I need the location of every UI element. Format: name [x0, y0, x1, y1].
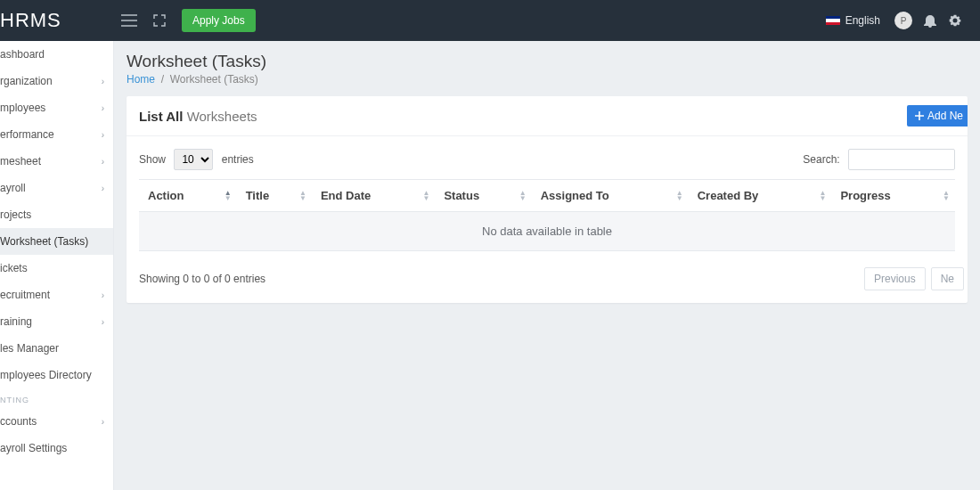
column-header-label: End Date	[321, 189, 371, 202]
breadcrumb-separator: /	[161, 73, 164, 86]
brand-logo: HRMS	[0, 9, 114, 32]
search-input[interactable]	[848, 149, 955, 170]
hamburger-icon	[121, 14, 137, 27]
sort-arrows-icon: ▲▼	[225, 191, 232, 201]
sidebar-item-label: mployees Directory	[0, 369, 92, 381]
entries-label: entries	[222, 153, 254, 166]
breadcrumb-current: Worksheet (Tasks)	[170, 73, 258, 86]
sidebar-item-label: raining	[0, 315, 32, 328]
next-button[interactable]: Ne	[931, 267, 964, 290]
sidebar-item[interactable]: ashboard	[0, 41, 113, 68]
page-title: Worksheet (Tasks)	[127, 52, 968, 71]
column-header[interactable]: Created By▲▼	[689, 180, 832, 212]
avatar-initial: P	[901, 16, 907, 26]
sidebar-item[interactable]: ecruitment›	[0, 282, 113, 308]
sidebar-item[interactable]: les Manager	[0, 335, 113, 362]
chevron-right-icon: ›	[102, 103, 104, 113]
sort-arrows-icon: ▲▼	[820, 191, 827, 201]
worksheets-card: List All Worksheets Add Ne Show 10 entri…	[127, 96, 968, 303]
show-label: Show	[139, 153, 166, 166]
settings-button[interactable]	[943, 13, 968, 28]
worksheets-table: Action▲▼Title▲▼End Date▲▼Status▲▼Assigne…	[139, 179, 955, 251]
search-label: Search:	[803, 153, 839, 166]
sidebar-item-label: mesheet	[0, 155, 41, 167]
sidebar-item-label: ecruitment	[0, 289, 50, 301]
column-header-label: Created By	[698, 189, 759, 202]
length-select[interactable]: 10	[174, 149, 213, 170]
chevron-right-icon: ›	[102, 130, 104, 140]
sidebar-item-label: mployees	[0, 102, 45, 114]
sidebar-item-label: Worksheet (Tasks)	[0, 235, 88, 248]
card-title-bold: List All	[139, 109, 183, 124]
sidebar-item-label: ayroll Settings	[0, 442, 67, 454]
sidebar-item[interactable]: mployees›	[0, 94, 113, 121]
sort-arrows-icon: ▲▼	[519, 191, 527, 201]
sort-arrows-icon: ▲▼	[422, 191, 429, 201]
add-new-label: Add Ne	[927, 110, 963, 122]
breadcrumb-home[interactable]: Home	[127, 73, 155, 86]
table-head: Action▲▼Title▲▼End Date▲▼Status▲▼Assigne…	[139, 180, 955, 212]
card-title: List All Worksheets	[139, 109, 257, 124]
user-avatar[interactable]: P	[894, 12, 912, 29]
chevron-right-icon: ›	[102, 184, 104, 193]
sidebar-item-label: ashboard	[0, 48, 45, 61]
bell-icon	[923, 13, 937, 28]
fullscreen-button[interactable]	[144, 5, 175, 36]
column-header[interactable]: Title▲▼	[237, 180, 312, 212]
column-header[interactable]: End Date▲▼	[312, 180, 435, 212]
plus-icon	[915, 111, 924, 120]
sidebar-item[interactable]: ccounts›	[0, 408, 113, 435]
column-header-label: Assigned To	[541, 189, 609, 202]
column-header-label: Title	[246, 189, 270, 202]
column-header[interactable]: Assigned To▲▼	[532, 180, 689, 212]
table-empty-cell: No data available in table	[139, 212, 955, 251]
sidebar-item-label: ickets	[0, 262, 28, 274]
search-control: Search:	[803, 149, 955, 170]
notifications-button[interactable]	[918, 13, 943, 28]
column-header-label: Progress	[840, 189, 890, 202]
table-empty-row: No data available in table	[139, 212, 955, 251]
pagination: Previous Ne	[864, 267, 964, 290]
topbar: HRMS Apply Jobs English P	[0, 0, 980, 41]
sort-arrows-icon: ▲▼	[299, 191, 306, 201]
breadcrumb: Home / Worksheet (Tasks)	[127, 73, 968, 86]
sidebar-item[interactable]: mployees Directory	[0, 362, 113, 388]
language-switcher[interactable]: English	[826, 14, 880, 27]
table-info: Showing 0 to 0 of 0 entries	[139, 273, 265, 285]
sidebar-item-label: erformance	[0, 128, 54, 141]
sidebar-nav-section: ccounts›ayroll Settings	[0, 408, 113, 461]
chevron-right-icon: ›	[102, 317, 104, 327]
expand-icon	[153, 14, 166, 27]
sidebar-item[interactable]: Worksheet (Tasks)	[0, 228, 113, 255]
prev-button[interactable]: Previous	[864, 267, 926, 290]
add-new-button[interactable]: Add Ne	[907, 105, 968, 127]
column-header-label: Status	[444, 189, 479, 202]
chevron-right-icon: ›	[102, 290, 104, 300]
apply-jobs-button[interactable]: Apply Jobs	[182, 9, 256, 32]
datatable-controls-top: Show 10 entries Search:	[139, 149, 955, 170]
sidebar-item-label: rojects	[0, 208, 31, 221]
chevron-right-icon: ›	[102, 157, 104, 167]
sidebar-section-label: NTING	[0, 388, 113, 408]
sidebar-item-label: les Manager	[0, 342, 59, 355]
table-body: No data available in table	[139, 212, 955, 251]
sidebar-item[interactable]: erformance›	[0, 121, 113, 148]
column-header[interactable]: Progress▲▼	[831, 180, 955, 212]
sidebar-item[interactable]: mesheet›	[0, 148, 113, 175]
column-header[interactable]: Action▲▼	[139, 180, 237, 212]
sidebar-item[interactable]: rojects	[0, 201, 113, 228]
sidebar-item[interactable]: ayroll Settings	[0, 435, 113, 461]
sidebar-item[interactable]: raining›	[0, 308, 113, 335]
sidebar-item[interactable]: ayroll›	[0, 175, 113, 201]
sidebar-item[interactable]: rganization›	[0, 68, 113, 94]
sidebar-item[interactable]: ickets	[0, 255, 113, 282]
menu-toggle-button[interactable]	[114, 5, 144, 36]
sidebar-item-label: rganization	[0, 75, 53, 87]
sidebar-item-label: ayroll	[0, 182, 26, 194]
chevron-right-icon: ›	[102, 77, 104, 86]
column-header-label: Action	[148, 189, 184, 202]
card-header: List All Worksheets Add Ne	[127, 96, 968, 136]
page-header: Worksheet (Tasks) Home / Worksheet (Task…	[114, 41, 980, 96]
gear-icon	[948, 13, 962, 28]
column-header[interactable]: Status▲▼	[435, 180, 531, 212]
